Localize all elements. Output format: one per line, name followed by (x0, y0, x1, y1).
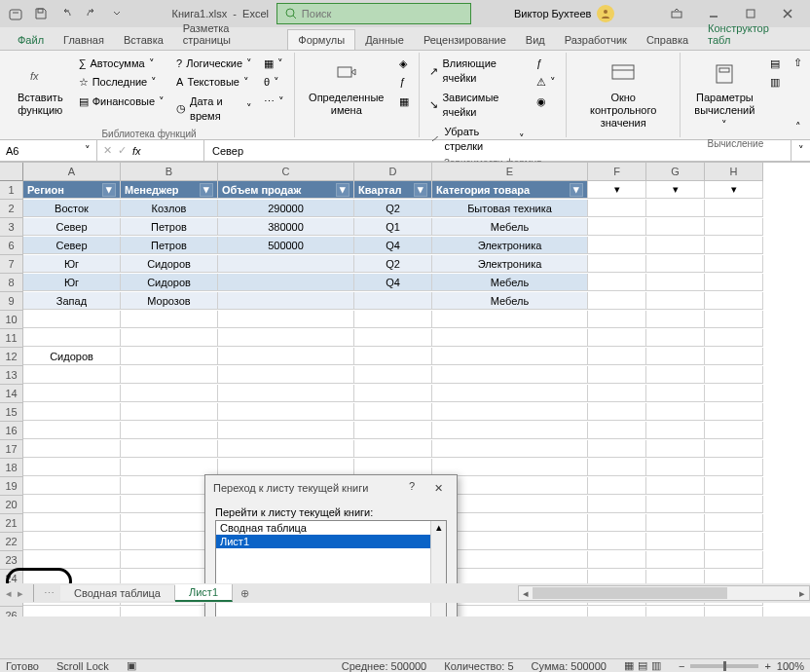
cell[interactable] (354, 348, 432, 365)
math-button[interactable]: θ˅ (260, 73, 288, 92)
tab-developer[interactable]: Разработчик (555, 30, 637, 50)
zoom-in-icon[interactable]: + (764, 660, 770, 672)
cell[interactable] (23, 385, 121, 402)
cell[interactable] (588, 218, 646, 236)
cell[interactable] (23, 533, 121, 550)
column-header[interactable]: H (705, 163, 763, 181)
cell[interactable]: Козлов (121, 200, 218, 217)
cell[interactable] (588, 255, 646, 273)
cell[interactable] (646, 329, 705, 347)
cell[interactable] (646, 237, 705, 254)
cell[interactable] (218, 422, 354, 439)
column-header[interactable]: F (588, 163, 646, 181)
page-break-icon[interactable]: ▥ (651, 659, 661, 672)
list-item[interactable]: Лист1 (216, 535, 446, 548)
undo-icon[interactable] (55, 3, 78, 24)
cell[interactable] (646, 477, 705, 495)
define-name-button[interactable]: ◈ (395, 55, 413, 73)
expand-formula-bar-icon[interactable]: ˅ (791, 140, 810, 161)
cell[interactable] (646, 366, 705, 384)
redo-icon[interactable] (80, 3, 103, 24)
error-checking-button[interactable]: ⚠˅ (533, 73, 560, 92)
collapse-ribbon-icon[interactable]: ˄ (795, 121, 801, 133)
financial-button[interactable]: ▤Финансовые ˅ (75, 93, 168, 111)
cell[interactable] (23, 551, 121, 569)
cell[interactable] (218, 329, 354, 347)
tab-review[interactable]: Рецензирование (414, 30, 516, 50)
trace-dependents-button[interactable]: ↘Зависимые ячейки (425, 89, 529, 123)
filter-icon[interactable]: ▾ (102, 183, 116, 197)
cell[interactable] (588, 514, 646, 532)
row-header[interactable]: 8 (0, 274, 23, 292)
cell[interactable] (588, 274, 646, 291)
search-box[interactable] (276, 3, 471, 24)
cell[interactable] (646, 218, 705, 236)
cell[interactable] (23, 459, 121, 476)
cell[interactable]: Сидоров (23, 348, 121, 365)
text-button[interactable]: AТекстовые ˅ (172, 73, 256, 92)
cell[interactable]: Север (23, 218, 121, 236)
show-formulas-button[interactable]: ƒ (533, 55, 560, 73)
cell[interactable] (354, 440, 432, 458)
tab-table-design[interactable]: Конструктор табл (698, 19, 802, 50)
cell[interactable] (121, 607, 218, 616)
cell[interactable] (121, 533, 218, 550)
cell[interactable] (354, 292, 432, 310)
cell[interactable] (705, 422, 763, 439)
cell[interactable] (354, 403, 432, 421)
cell[interactable] (705, 477, 763, 495)
sheet-nav[interactable]: ◂ ▸ (0, 587, 29, 600)
column-header[interactable]: D (354, 163, 432, 181)
row-header[interactable]: 15 (0, 403, 23, 422)
cell[interactable] (588, 403, 646, 421)
cell[interactable] (646, 551, 705, 569)
cell[interactable] (588, 292, 646, 310)
date-button[interactable]: ◷Дата и время ˅ (172, 93, 256, 127)
page-layout-icon[interactable]: ▤ (638, 659, 647, 672)
cell[interactable] (705, 607, 763, 616)
use-in-formula-button[interactable]: ƒ (395, 73, 413, 92)
row-header[interactable]: 16 (0, 422, 23, 440)
tab-data[interactable]: Данные (355, 30, 414, 50)
cell[interactable] (23, 403, 121, 421)
cell[interactable] (121, 311, 218, 328)
row-header[interactable]: 17 (0, 440, 23, 459)
cell[interactable] (354, 422, 432, 439)
cell[interactable] (23, 514, 121, 532)
cell[interactable] (705, 200, 763, 217)
more-button[interactable]: ⋯˅ (260, 93, 288, 111)
tab-formulas[interactable]: Формулы (287, 29, 355, 50)
cell[interactable] (218, 366, 354, 384)
evaluate-formula-button[interactable]: ◉ (533, 93, 560, 111)
cell[interactable]: Восток (23, 200, 121, 217)
zoom-level[interactable]: 100% (777, 660, 804, 672)
cell[interactable] (588, 329, 646, 347)
column-header[interactable]: C (218, 163, 354, 181)
cell[interactable] (588, 440, 646, 458)
tab-insert[interactable]: Вставка (114, 30, 173, 50)
cell[interactable] (121, 385, 218, 402)
defined-names-button[interactable]: Определенные имена (301, 55, 391, 121)
cell[interactable] (588, 459, 646, 476)
row-header[interactable]: 26 (0, 607, 23, 616)
scroll-thumb[interactable] (533, 587, 727, 599)
filter-icon[interactable]: ▾ (414, 183, 427, 197)
cell[interactable]: Мебель (432, 274, 588, 291)
table-header-cell[interactable]: ▾ (646, 181, 705, 199)
cell[interactable] (23, 311, 121, 328)
cell[interactable] (588, 533, 646, 550)
filter-icon[interactable]: ▾ (673, 183, 679, 196)
logical-button[interactable]: ?Логические ˅ (172, 55, 256, 73)
cell[interactable] (588, 607, 646, 616)
search-input[interactable] (302, 8, 462, 19)
column-header[interactable]: G (646, 163, 705, 181)
filter-icon[interactable]: ▾ (336, 183, 350, 197)
cell[interactable] (432, 348, 588, 365)
table-header-cell[interactable]: Квартал▾ (354, 181, 432, 199)
cell[interactable]: Север (23, 237, 121, 254)
cell[interactable] (646, 200, 705, 217)
row-header[interactable]: 19 (0, 477, 23, 496)
row-header[interactable]: 10 (0, 311, 23, 329)
cell[interactable] (588, 551, 646, 569)
cell[interactable]: Петров (121, 218, 218, 236)
